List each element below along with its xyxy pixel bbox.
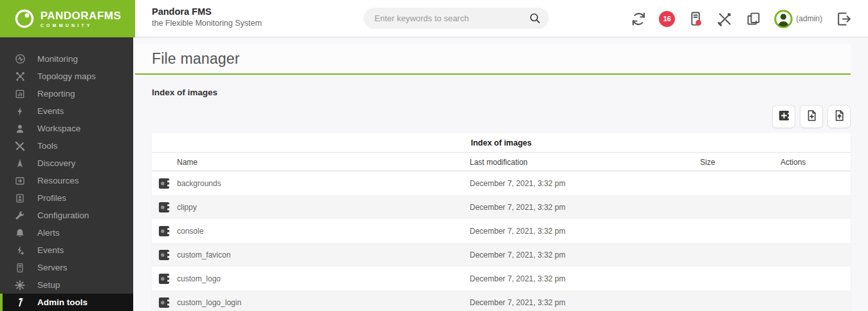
sidebar-item-setup[interactable]: Setup [0, 276, 133, 294]
tools-icon [14, 140, 26, 152]
monitoring-icon [14, 53, 26, 65]
table-header-row: NameLast modificationSizeActions [152, 153, 851, 171]
table-row-custom-logo-login[interactable]: custom_logo_login December 7, 2021, 3:32… [152, 290, 851, 311]
column-header-size: Size [700, 158, 715, 167]
image-folder-icon [158, 249, 170, 261]
row-name[interactable]: backgrounds [177, 179, 221, 188]
user-label: (admin) [796, 14, 822, 23]
sidebar-item-alerts[interactable]: Alerts [0, 224, 133, 241]
discovery-icon [14, 158, 26, 169]
create-text-icon [806, 109, 818, 124]
upload-file-button[interactable] [827, 105, 851, 128]
sidebar: Monitoring Topology maps Reporting Event… [0, 37, 133, 311]
pandora-swirl-icon [14, 8, 35, 29]
row-name[interactable]: clippy [177, 203, 197, 212]
server-alert-icon[interactable] [687, 10, 704, 27]
search-icon[interactable] [527, 8, 549, 29]
product-subtitle: the Flexible Monitoring System [152, 19, 262, 28]
notifications-badge[interactable]: 16 [659, 11, 675, 27]
create-directory-button[interactable] [772, 105, 795, 128]
top-header: PANDORAFMS COMMUNITY Pandora FMS the Fle… [0, 0, 868, 37]
admin-tools-icon [14, 297, 26, 308]
row-last-modification: December 7, 2021, 3:32 pm [470, 203, 566, 212]
sidebar-item-events[interactable]: Events [0, 241, 133, 259]
sidebar-item-reporting[interactable]: Reporting [0, 85, 133, 102]
row-last-modification: December 7, 2021, 3:32 pm [470, 298, 566, 307]
pandora-logo[interactable]: PANDORAFMS COMMUNITY [0, 0, 135, 37]
page-title-band: File manager [135, 44, 851, 75]
logout-icon[interactable] [835, 10, 851, 27]
profiles-icon [14, 193, 26, 204]
create-directory-icon [778, 109, 790, 124]
copy-icon[interactable] [745, 10, 762, 27]
avatar [774, 10, 793, 28]
product-title: Pandora FMS [152, 6, 262, 17]
servers-icon [14, 262, 26, 274]
row-last-modification: December 7, 2021, 3:32 pm [470, 250, 566, 259]
row-last-modification: December 7, 2021, 3:32 pm [470, 227, 566, 236]
image-folder-icon [158, 202, 170, 213]
index-of-images-table: Index of images NameLast modificationSiz… [152, 133, 851, 311]
table-row-clippy[interactable]: clippy December 7, 2021, 3:32 pm [152, 195, 851, 219]
brand-name: PANDORAFMS [41, 10, 122, 21]
events-icon [14, 106, 26, 117]
topology-icon [14, 71, 26, 82]
image-folder-icon [158, 225, 170, 237]
refresh-icon[interactable] [630, 10, 647, 27]
brand-subtitle: COMMUNITY [41, 23, 122, 28]
upload-file-icon [833, 109, 845, 124]
sidebar-item-admin-tools[interactable]: Admin tools [0, 294, 133, 311]
file-manager-toolbar [772, 105, 851, 128]
image-folder-icon [158, 297, 170, 308]
section-title: Index of images [152, 88, 217, 97]
sidebar-item-profiles[interactable]: Profiles [0, 189, 133, 207]
sidebar-item-resources[interactable]: Resources [0, 172, 133, 189]
table-row-console[interactable]: console December 7, 2021, 3:32 pm [152, 219, 851, 243]
sidebar-item-tools[interactable]: Tools [0, 137, 133, 155]
resources-icon [14, 175, 26, 187]
row-name[interactable]: custom_favicon [177, 250, 230, 259]
row-name[interactable]: custom_logo [177, 274, 221, 283]
row-last-modification: December 7, 2021, 3:32 pm [470, 274, 566, 283]
table-row-custom-logo[interactable]: custom_logo December 7, 2021, 3:32 pm [152, 267, 851, 290]
events2-icon [14, 245, 26, 256]
global-search [364, 8, 549, 29]
user-menu[interactable]: (admin) [774, 10, 822, 28]
row-name[interactable]: console [177, 227, 203, 236]
row-last-modification: December 7, 2021, 3:32 pm [470, 179, 566, 188]
column-header-name: Name [177, 158, 198, 167]
table-row-backgrounds[interactable]: backgrounds December 7, 2021, 3:32 pm [152, 171, 851, 195]
image-folder-icon [158, 178, 170, 189]
sidebar-item-workspace[interactable]: Workspace [0, 120, 133, 137]
setup-icon [14, 279, 26, 291]
table-row-custom-favicon[interactable]: custom_favicon December 7, 2021, 3:32 pm [152, 243, 851, 267]
sidebar-item-monitoring[interactable]: Monitoring [0, 50, 133, 68]
create-text-button[interactable] [800, 105, 823, 128]
reporting-icon [14, 88, 26, 100]
sidebar-item-topology-maps[interactable]: Topology maps [0, 68, 133, 85]
image-folder-icon [158, 273, 170, 285]
sidebar-item-discovery[interactable]: Discovery [0, 155, 133, 172]
column-header-last-modification: Last modification [470, 158, 528, 167]
page-title: File manager [135, 50, 240, 68]
row-name[interactable]: custom_logo_login [177, 298, 241, 307]
sidebar-item-events[interactable]: Events [0, 102, 133, 120]
search-input[interactable] [364, 14, 527, 23]
maintenance-icon[interactable] [716, 10, 733, 27]
column-header-actions: Actions [780, 158, 806, 167]
table-title: Index of images [152, 133, 851, 153]
sidebar-item-servers[interactable]: Servers [0, 259, 133, 276]
workspace-icon [14, 123, 26, 135]
sidebar-item-configuration[interactable]: Configuration [0, 207, 133, 224]
alerts-icon [14, 227, 26, 239]
configuration-icon [14, 210, 26, 221]
